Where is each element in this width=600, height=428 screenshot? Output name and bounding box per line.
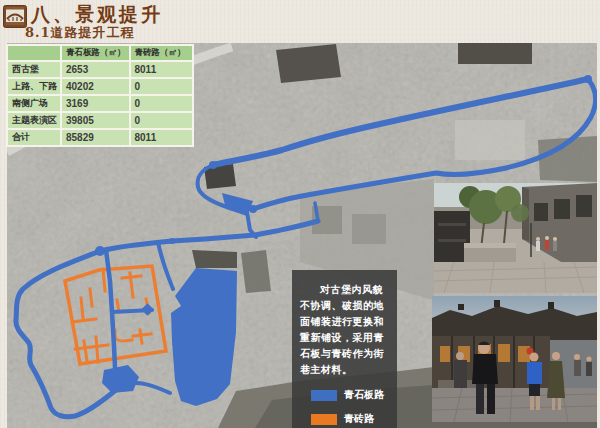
brick-value: 8011 xyxy=(130,129,193,146)
legend-item-brick-road: 青砖路 xyxy=(300,412,389,426)
brick-value: 8011 xyxy=(130,61,193,78)
dark-field xyxy=(276,44,341,83)
row-label: 上路、下路 xyxy=(7,78,61,95)
row-label: 南侧广场 xyxy=(7,95,61,112)
performance-area-overlay xyxy=(171,268,237,406)
header-empty xyxy=(7,45,61,61)
table-row: 上路、下路 40202 0 xyxy=(7,78,193,95)
header-stone-road: 青石板路（㎡） xyxy=(61,45,130,61)
dark-field-topright xyxy=(458,43,532,64)
row-label: 主题表演区 xyxy=(7,112,61,129)
table-header-row: 青石板路（㎡） 青砖路（㎡） xyxy=(7,45,193,61)
row-label: 合计 xyxy=(7,129,61,146)
section-subtitle: 8.1道路提升工程 xyxy=(25,24,135,42)
stone-value: 40202 xyxy=(61,78,130,95)
street-photo-dusk xyxy=(432,296,597,422)
description-text: 对古堡内风貌不协调、破损的地面铺装进行更换和重新铺设，采用青石板与青砖作为街巷主… xyxy=(300,282,389,378)
legend: 青石板路 青砖路 xyxy=(300,388,389,426)
brick-value: 0 xyxy=(130,78,193,95)
row-label: 西古堡 xyxy=(7,61,61,78)
field-above-pond xyxy=(192,250,237,268)
stone-value: 85829 xyxy=(61,129,130,146)
stone-road-color-swatch xyxy=(311,390,337,401)
street-photo-day xyxy=(434,183,597,293)
stone-value: 39805 xyxy=(61,112,130,129)
table-row: 南侧广场 3169 0 xyxy=(7,95,193,112)
road-area-table: 青石板路（㎡） 青砖路（㎡） 西古堡 2653 8011 上路、下路 40202… xyxy=(6,44,194,147)
description-panel: 对古堡内风貌不协调、破损的地面铺装进行更换和重新铺设，采用青石板与青砖作为街巷主… xyxy=(292,270,397,428)
stone-value: 3169 xyxy=(61,95,130,112)
legend-item-stone-road: 青石板路 xyxy=(300,388,389,402)
table-row: 西古堡 2653 8011 xyxy=(7,61,193,78)
slide-canvas: 对古堡内风貌不协调、破损的地面铺装进行更换和重新铺设，采用青石板与青砖作为街巷主… xyxy=(0,0,600,428)
header-brick-road: 青砖路（㎡） xyxy=(130,45,193,61)
brick-value: 0 xyxy=(130,95,193,112)
table-row-total: 合计 85829 8011 xyxy=(7,129,193,146)
table-row: 主题表演区 39805 0 xyxy=(7,112,193,129)
legend-label: 青砖路 xyxy=(344,412,374,426)
legend-label: 青石板路 xyxy=(344,388,384,402)
road-area-table-container: 青石板路（㎡） 青砖路（㎡） 西古堡 2653 8011 上路、下路 40202… xyxy=(6,44,194,147)
bridge-stamp-icon xyxy=(3,5,27,28)
brick-road-color-swatch xyxy=(311,414,337,425)
field-right-of-pond xyxy=(241,250,271,293)
planter xyxy=(464,243,516,248)
brick-value: 0 xyxy=(130,112,193,129)
pedestrians xyxy=(536,236,557,251)
pavement xyxy=(432,388,597,422)
stone-value: 2653 xyxy=(61,61,130,78)
